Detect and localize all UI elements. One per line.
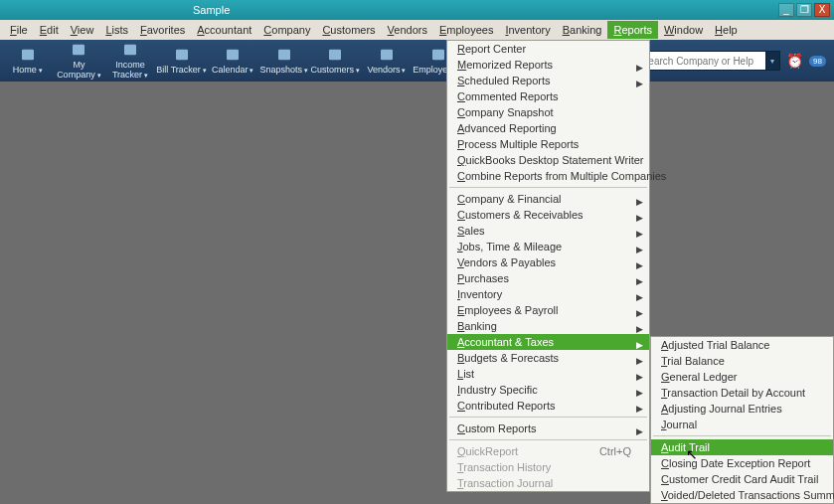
snapshots-icon bbox=[275, 47, 293, 63]
reports-item-purchases[interactable]: Purchases▶ bbox=[447, 270, 649, 286]
main-toolbar: Home▾My Company▾Income Tracker▾Bill Trac… bbox=[0, 40, 834, 82]
svg-rect-0 bbox=[22, 50, 34, 61]
reports-item-list[interactable]: List▶ bbox=[447, 366, 649, 382]
search-dropdown-button[interactable]: ▾ bbox=[766, 51, 780, 71]
toolbar-calendar[interactable]: Calendar▾ bbox=[207, 41, 258, 81]
accountant-taxes-submenu: Adjusted Trial BalanceTrial BalanceGener… bbox=[650, 336, 834, 504]
acct-taxes-item-trial-balance[interactable]: Trial Balance bbox=[651, 353, 833, 369]
menu-file[interactable]: File bbox=[4, 21, 34, 39]
reminder-icon[interactable]: ⏰ bbox=[786, 53, 803, 69]
menu-help[interactable]: Help bbox=[709, 21, 744, 39]
menu-reports[interactable]: Reports bbox=[607, 21, 658, 39]
menu-bar: FileEditViewListsFavoritesAccountantComp… bbox=[0, 20, 834, 40]
acct-taxes-item-voided-deleted-transactions-summary[interactable]: Voided/Deleted Transactions Summary bbox=[651, 487, 833, 503]
bill-icon bbox=[173, 47, 191, 63]
menu-edit[interactable]: Edit bbox=[34, 21, 65, 39]
svg-rect-6 bbox=[329, 50, 341, 61]
reports-item-combine-reports-from-multiple-companies[interactable]: Combine Reports from Multiple Companies bbox=[447, 168, 649, 184]
close-button[interactable]: X bbox=[814, 3, 830, 17]
toolbar-my-company[interactable]: My Company▾ bbox=[54, 41, 105, 81]
title-bar: Sample _ ❐ X bbox=[0, 0, 834, 20]
reports-item-separator bbox=[449, 187, 647, 188]
reports-item-process-multiple-reports[interactable]: Process Multiple Reports bbox=[447, 136, 649, 152]
toolbar-snapshots[interactable]: Snapshots▾ bbox=[258, 41, 310, 81]
minimize-button[interactable]: _ bbox=[778, 3, 794, 17]
reports-item-employees-payroll[interactable]: Employees & Payroll▶ bbox=[447, 302, 649, 318]
reports-item-industry-specific[interactable]: Industry Specific▶ bbox=[447, 382, 649, 398]
menu-accountant[interactable]: Accountant bbox=[191, 21, 257, 39]
acct-taxes-item-general-ledger[interactable]: General Ledger bbox=[651, 369, 833, 385]
reports-item-quickbooks-desktop-statement-writer[interactable]: QuickBooks Desktop Statement Writer bbox=[447, 152, 649, 168]
reports-item-customers-receivables[interactable]: Customers & Receivables▶ bbox=[447, 207, 649, 223]
calendar-icon bbox=[224, 47, 242, 63]
reports-item-inventory[interactable]: Inventory▶ bbox=[447, 286, 649, 302]
customers-icon bbox=[326, 47, 344, 63]
employees-icon bbox=[429, 47, 447, 63]
svg-rect-4 bbox=[227, 50, 239, 61]
reports-item-report-center[interactable]: Report Center bbox=[447, 41, 649, 57]
toolbar-vendors[interactable]: Vendors▾ bbox=[361, 41, 413, 81]
svg-rect-5 bbox=[278, 50, 290, 61]
reports-item-separator bbox=[449, 417, 647, 418]
acct-taxes-item-transaction-detail-by-account[interactable]: Transaction Detail by Account bbox=[651, 385, 833, 401]
reports-item-custom-reports[interactable]: Custom Reports▶ bbox=[447, 420, 649, 436]
reports-item-company-snapshot[interactable]: Company Snapshot bbox=[447, 104, 649, 120]
reports-item-commented-reports[interactable]: Commented Reports bbox=[447, 88, 649, 104]
svg-rect-3 bbox=[176, 50, 188, 61]
menu-banking[interactable]: Banking bbox=[557, 21, 608, 39]
acct-taxes-item-journal[interactable]: Journal bbox=[651, 417, 833, 432]
vendors-icon bbox=[378, 47, 396, 63]
home-icon bbox=[19, 47, 37, 63]
menu-employees[interactable]: Employees bbox=[433, 21, 499, 39]
menu-lists[interactable]: Lists bbox=[99, 21, 134, 39]
reports-item-banking[interactable]: Banking▶ bbox=[447, 318, 649, 334]
toolbar-bill-tracker[interactable]: Bill Tracker▾ bbox=[156, 41, 208, 81]
svg-rect-1 bbox=[73, 45, 84, 56]
acct-taxes-item-adjusted-trial-balance[interactable]: Adjusted Trial Balance bbox=[651, 337, 833, 353]
company-icon bbox=[70, 42, 87, 58]
reports-item-memorized-reports[interactable]: Memorized Reports▶ bbox=[447, 57, 649, 73]
svg-rect-8 bbox=[432, 50, 444, 61]
menu-window[interactable]: Window bbox=[658, 21, 709, 39]
toolbar-home[interactable]: Home▾ bbox=[2, 41, 54, 81]
toolbar-income-tracker[interactable]: Income Tracker▾ bbox=[104, 41, 156, 81]
maximize-button[interactable]: ❐ bbox=[796, 3, 812, 17]
acct-taxes-item-closing-date-exception-report[interactable]: Closing Date Exception Report bbox=[651, 455, 833, 471]
acct-taxes-item-separator bbox=[653, 435, 831, 436]
toolbar-customers[interactable]: Customers▾ bbox=[310, 41, 362, 81]
menu-vendors[interactable]: Vendors bbox=[382, 21, 433, 39]
income-icon bbox=[121, 42, 139, 58]
reports-item-quickreport: QuickReportCtrl+Q bbox=[447, 443, 649, 459]
svg-rect-7 bbox=[381, 50, 393, 61]
menu-company[interactable]: Company bbox=[257, 21, 316, 39]
reports-item-advanced-reporting[interactable]: Advanced Reporting bbox=[447, 120, 649, 136]
reports-item-transaction-journal: Transaction Journal bbox=[447, 475, 649, 491]
reports-item-sales[interactable]: Sales▶ bbox=[447, 223, 649, 239]
menu-favorites[interactable]: Favorites bbox=[134, 21, 191, 39]
reports-item-contributed-reports[interactable]: Contributed Reports▶ bbox=[447, 398, 649, 414]
menu-customers[interactable]: Customers bbox=[316, 21, 381, 39]
reports-dropdown: Report CenterMemorized Reports▶Scheduled… bbox=[446, 40, 650, 492]
reports-item-company-financial[interactable]: Company & Financial▶ bbox=[447, 191, 649, 207]
acct-taxes-item-customer-credit-card-audit-trail[interactable]: Customer Credit Card Audit Trail bbox=[651, 471, 833, 487]
reports-item-budgets-forecasts[interactable]: Budgets & Forecasts▶ bbox=[447, 350, 649, 366]
reports-item-transaction-history: Transaction History bbox=[447, 459, 649, 475]
reports-item-jobs-time-mileage[interactable]: Jobs, Time & Mileage▶ bbox=[447, 239, 649, 254]
acct-taxes-item-audit-trail[interactable]: Audit Trail bbox=[651, 439, 833, 455]
acct-taxes-item-adjusting-journal-entries[interactable]: Adjusting Journal Entries bbox=[651, 401, 833, 417]
reports-item-scheduled-reports[interactable]: Scheduled Reports▶ bbox=[447, 73, 649, 88]
menu-inventory[interactable]: Inventory bbox=[499, 21, 556, 39]
reports-item-vendors-payables[interactable]: Vendors & Payables▶ bbox=[447, 254, 649, 270]
svg-rect-2 bbox=[124, 45, 136, 56]
notification-badge[interactable]: 98 bbox=[809, 56, 826, 67]
menu-view[interactable]: View bbox=[65, 21, 100, 39]
reports-item-separator bbox=[449, 439, 647, 440]
reports-item-accountant-taxes[interactable]: Accountant & Taxes▶ bbox=[447, 334, 649, 350]
window-title: Sample bbox=[193, 4, 230, 16]
search-input[interactable] bbox=[637, 51, 766, 71]
